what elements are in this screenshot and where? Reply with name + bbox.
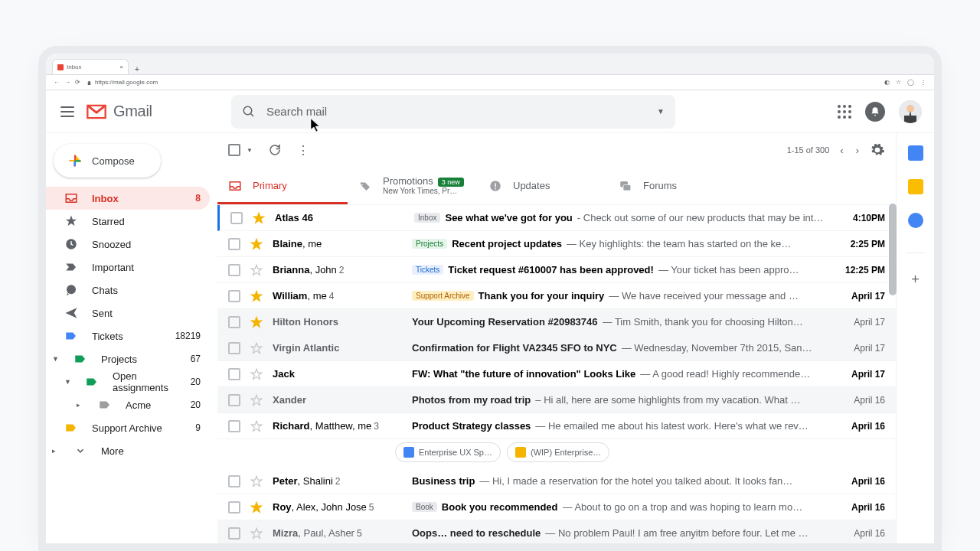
expand-icon[interactable]: ▸	[77, 401, 84, 409]
sidebar-item-chats[interactable]: Chats	[46, 279, 210, 302]
attachment-chip[interactable]: Enterprise UX Sp…	[395, 442, 501, 462]
star-icon[interactable]	[250, 419, 263, 433]
sidebar-item-sent[interactable]: Sent	[46, 302, 210, 324]
get-addons-icon[interactable]: +	[911, 272, 920, 288]
row-checkbox[interactable]	[228, 420, 240, 432]
compose-button[interactable]: Compose	[54, 144, 161, 178]
sidebar-item-open-assignments[interactable]: ▼Open assignments20	[46, 370, 210, 393]
tab-promotions[interactable]: Promotions3 newNew York Times, Pr…	[348, 167, 478, 204]
sidebar-item-more[interactable]: ▸More	[46, 439, 210, 462]
attachment-chip[interactable]: (WIP) Enterprise…	[507, 442, 609, 462]
sidebar-item-tickets[interactable]: Tickets18219	[46, 324, 210, 347]
tab-forums[interactable]: Forums	[608, 167, 738, 204]
extensions-icon[interactable]: ◐	[884, 79, 890, 86]
snippet: — Your ticket has been appro…	[658, 264, 799, 276]
account-avatar[interactable]	[899, 100, 922, 123]
message-row[interactable]: JackFW: What "the future of innovation" …	[217, 361, 896, 387]
sidebar-item-starred[interactable]: Starred	[46, 210, 210, 233]
browser-toolbar: ← → ⟳ https://mail.google.com ◐ ☆ ◯ ⋮	[46, 75, 934, 90]
snippet: — No problem Paul! I am free anyitm befo…	[545, 527, 808, 539]
row-checkbox[interactable]	[228, 501, 240, 514]
tasks-addon-icon[interactable]	[908, 213, 923, 228]
browser-menu-icon[interactable]: ⋮	[920, 79, 926, 86]
notifications-icon[interactable]	[865, 102, 885, 122]
sender: Xander	[273, 394, 403, 406]
star-icon[interactable]	[250, 237, 263, 251]
star-icon[interactable]	[250, 500, 263, 514]
star-icon[interactable]	[250, 474, 263, 488]
message-row[interactable]: Atlas 46InboxSee what we've got for you-…	[217, 205, 896, 231]
row-checkbox[interactable]	[228, 394, 240, 406]
sidebar-item-support-archive[interactable]: Support Archive9	[46, 416, 210, 439]
next-page-button[interactable]: ›	[856, 145, 859, 156]
star-icon[interactable]	[250, 367, 263, 381]
sidebar-item-inbox[interactable]: Inbox8	[46, 187, 210, 210]
search-input[interactable]	[266, 105, 646, 118]
more-actions-icon[interactable]: ⋮	[297, 143, 309, 158]
message-row[interactable]: Mizra, Paul, Asher5Oops… need to resched…	[217, 520, 896, 543]
keep-addon-icon[interactable]	[908, 179, 923, 194]
date: April 16	[835, 421, 885, 432]
back-button[interactable]: ←	[54, 79, 60, 86]
message-row[interactable]: Virgin AtlanticConfirmation for Flight V…	[217, 335, 896, 361]
select-all-checkbox[interactable]	[228, 144, 240, 156]
message-row[interactable]: XanderPhotos from my road trip – Hi all,…	[217, 387, 896, 413]
expand-icon[interactable]: ▼	[52, 355, 60, 363]
sidebar-item-snoozed[interactable]: Snoozed	[46, 233, 210, 256]
row-checkbox[interactable]	[228, 342, 240, 354]
url-text[interactable]: https://mail.google.com	[95, 79, 158, 86]
row-checkbox[interactable]	[228, 238, 240, 250]
star-icon[interactable]	[250, 341, 263, 355]
prev-page-button[interactable]: ‹	[840, 145, 843, 156]
message-row[interactable]: William, me4Support ArchiveThank you for…	[217, 283, 896, 309]
star-icon[interactable]	[250, 263, 263, 277]
sidebar-item-important[interactable]: Important	[46, 256, 210, 279]
new-tab-button[interactable]: +	[132, 64, 142, 74]
refresh-button[interactable]	[268, 143, 282, 157]
row-checkbox[interactable]	[228, 264, 240, 276]
settings-icon[interactable]	[870, 142, 885, 158]
reload-button[interactable]: ⟳	[75, 79, 80, 86]
message-row[interactable]: Brianna, John2TicketsTicket request #610…	[217, 257, 896, 283]
message-row[interactable]: Roy, Alex, John Jose5BookBook you recomm…	[217, 494, 896, 520]
promotions-tab-icon	[358, 179, 372, 193]
star-icon[interactable]	[250, 315, 263, 329]
star-icon[interactable]	[250, 527, 263, 540]
tab-updates[interactable]: Updates	[478, 167, 608, 204]
main-menu-icon[interactable]	[58, 103, 77, 121]
sidebar-item-acme[interactable]: ▸Acme20	[46, 393, 210, 416]
row-checkbox[interactable]	[228, 368, 240, 380]
scrollbar[interactable]	[889, 204, 897, 295]
row-checkbox[interactable]	[228, 290, 240, 302]
label-green-icon	[85, 375, 99, 389]
important-icon	[64, 260, 78, 274]
bookmark-icon[interactable]: ☆	[896, 79, 901, 86]
expand-icon[interactable]: ▼	[64, 378, 71, 386]
google-apps-icon[interactable]	[838, 105, 851, 119]
sidebar-item-projects[interactable]: ▼Projects67	[46, 347, 210, 370]
search-bar[interactable]: ▼	[231, 95, 675, 129]
row-checkbox[interactable]	[228, 475, 240, 487]
list-toolbar: ▼ ⋮ 1-15 of 300 ‹ ›	[217, 133, 896, 167]
close-tab-icon[interactable]: ×	[119, 64, 123, 70]
row-checkbox[interactable]	[230, 212, 243, 224]
calendar-addon-icon[interactable]	[908, 145, 923, 161]
search-options-icon[interactable]: ▼	[657, 107, 665, 116]
forward-button[interactable]: →	[64, 79, 70, 86]
message-row[interactable]: Blaine, meProjectsRecent project updates…	[217, 231, 896, 257]
message-row[interactable]: Peter, Shalini2Business trip — Hi, I mad…	[217, 468, 896, 494]
tab-primary[interactable]: Primary	[217, 167, 348, 204]
sidebar-item-label: Tickets	[92, 331, 123, 342]
select-dropdown-icon[interactable]: ▼	[247, 147, 253, 154]
row-checkbox[interactable]	[228, 527, 240, 540]
tab-label: Primary	[253, 180, 287, 191]
profile-icon[interactable]: ◯	[907, 79, 914, 86]
star-icon[interactable]	[252, 211, 266, 225]
star-icon[interactable]	[250, 393, 263, 407]
message-row[interactable]: Hilton HonorsYour Upcoming Reservation #…	[217, 309, 896, 335]
expand-icon[interactable]: ▸	[52, 447, 60, 455]
message-row[interactable]: Richard, Matthew, me3Product Strategy cl…	[217, 413, 896, 439]
browser-tab[interactable]: Inbox ×	[52, 59, 129, 74]
star-icon[interactable]	[250, 289, 263, 303]
row-checkbox[interactable]	[228, 316, 240, 328]
